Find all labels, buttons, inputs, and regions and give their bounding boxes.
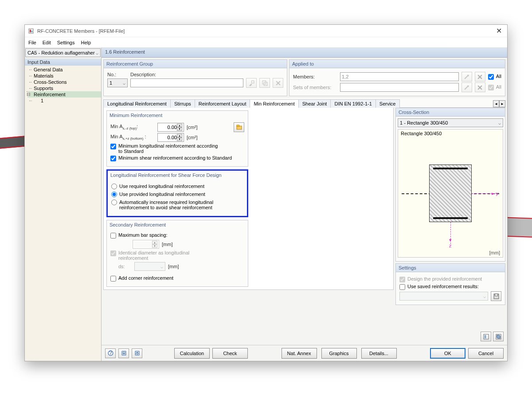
cross-section-title: Cross-Section xyxy=(396,108,505,117)
app-icon xyxy=(27,27,35,35)
no-value: 1 xyxy=(110,80,112,86)
menu-edit[interactable]: Edit xyxy=(43,40,51,45)
chk-min-long[interactable]: Minimum longitudinal reinforcement accor… xyxy=(110,143,244,154)
min-bot-spin[interactable]: ▲▼ xyxy=(157,133,184,142)
shear-design-fieldset: Longitudinal Reinforcement for Shear For… xyxy=(106,169,248,217)
tab-din[interactable]: DIN EN 1992-1-1 xyxy=(330,99,376,108)
menu-file[interactable]: File xyxy=(28,40,36,45)
min-top-value[interactable] xyxy=(159,125,177,130)
members-input xyxy=(340,72,459,81)
details-button[interactable]: Details... xyxy=(361,348,397,359)
svg-rect-1 xyxy=(30,30,31,32)
mm-label: [mm] xyxy=(489,250,500,255)
chk-saved-results[interactable]: Use saved reinforcement results: xyxy=(399,284,501,290)
cross-section-box: Cross-Section 1 - Rectangle 300/450 ⌵ Re… xyxy=(395,108,505,262)
view-2d-icon[interactable] xyxy=(481,332,491,341)
up-icon[interactable]: ▲ xyxy=(177,134,182,137)
sets-all-check: All xyxy=(488,84,501,90)
min-bot-unit: [cm²] xyxy=(187,135,197,140)
tree-head: Input Data xyxy=(25,59,101,66)
tab-empty-area xyxy=(251,110,391,287)
sidebar: Input Data General Data Materials Cross-… xyxy=(25,58,102,361)
tab-page: Minimum Reinforcement Min As,-z (top): ▲… xyxy=(103,108,394,290)
graphics-button[interactable]: Graphics xyxy=(321,348,357,359)
xsec-name: Rectangle 300/450 xyxy=(398,129,503,137)
tree: General Data Materials Cross-Sections Su… xyxy=(25,66,101,104)
tree-item-reinforcement[interactable]: Reinforcement xyxy=(27,91,101,98)
case-combo-value: CA5 - Reduktion auflagernaher xyxy=(27,50,95,55)
chk-max-spacing[interactable]: Maximum bar spacing: xyxy=(110,232,244,239)
tab-scroll-right[interactable]: ► xyxy=(499,100,505,107)
ok-button[interactable]: OK xyxy=(430,348,466,359)
view-3d-icon[interactable] xyxy=(493,332,504,341)
svg-rect-11 xyxy=(484,335,486,338)
applied-to-title: Applied to xyxy=(289,60,505,68)
nat-annex-button[interactable]: Nat. Annex xyxy=(282,348,317,359)
radio-provided[interactable]: Use provided longitudinal reinforcement xyxy=(111,192,243,197)
close-button[interactable]: ✕ xyxy=(493,27,505,35)
tree-item-general[interactable]: General Data xyxy=(27,66,101,73)
export-icon[interactable] xyxy=(132,348,142,358)
cancel-button[interactable]: Cancel xyxy=(468,348,504,359)
radio-auto[interactable]: Automatically increase required longitud… xyxy=(111,200,243,210)
applied-to-box: Applied to Members: All Sets of members: xyxy=(289,59,505,96)
tab-shear-joint[interactable]: Shear Joint xyxy=(298,99,331,108)
tree-item-reinforcement-1[interactable]: 1 xyxy=(27,98,101,104)
pick-members-icon xyxy=(462,72,472,82)
tree-item-materials[interactable]: Materials xyxy=(27,73,101,79)
settings-title: Settings xyxy=(396,264,505,272)
tab-stirrups[interactable]: Stirrups xyxy=(170,99,195,108)
chevron-down-icon: ⌵ xyxy=(123,81,125,86)
delete-icon xyxy=(273,78,283,88)
ds-label: ds: xyxy=(118,264,132,269)
cross-section-combo[interactable]: 1 - Rectangle 300/450 ⌵ xyxy=(398,118,503,127)
min-top-unit: [cm²] xyxy=(187,125,197,130)
tree-item-supports[interactable]: Supports xyxy=(27,85,101,91)
tree-item-cross[interactable]: Cross-Sections xyxy=(27,79,101,85)
radio-required[interactable]: Use required longitudinal reinforcement xyxy=(111,184,243,189)
tab-strip: Longitudinal Reinforcement Stirrups Rein… xyxy=(103,98,505,108)
min-top-spin[interactable]: ▲▼ xyxy=(157,123,184,132)
no-label: No.: xyxy=(107,72,128,77)
shear-design-title: Longitudinal Reinforcement for Shear For… xyxy=(108,171,247,180)
copy-icon xyxy=(259,78,270,88)
svg-rect-7 xyxy=(237,125,239,126)
down-icon[interactable]: ▼ xyxy=(177,127,182,131)
up-icon[interactable]: ▲ xyxy=(177,124,182,127)
view-icons xyxy=(395,330,505,343)
clear-members-icon xyxy=(475,72,485,82)
max-spacing-spin: ▲▼ xyxy=(133,240,159,249)
no-combo[interactable]: 1 ⌵ xyxy=(107,78,128,87)
tab-longitudinal[interactable]: Longitudinal Reinforcement xyxy=(103,99,171,108)
tab-scroll-left[interactable]: ◄ xyxy=(493,100,499,107)
titlebar: RF-CONCRETE Members - [RFEM-File] ✕ xyxy=(25,25,507,37)
z-axis-label: ▾z xyxy=(449,237,452,248)
description-input[interactable] xyxy=(130,78,243,87)
ds-combo: ⌵ xyxy=(134,262,165,271)
help-icon[interactable]: ? xyxy=(105,348,116,358)
chevron-down-icon: ⌵ xyxy=(96,51,98,55)
chk-identical: Identical diameter as longitudinal reinf… xyxy=(110,250,244,261)
sets-input xyxy=(340,83,459,92)
menu-settings[interactable]: Settings xyxy=(57,40,75,45)
members-all-check[interactable]: All xyxy=(488,74,501,80)
tab-min-reinf[interactable]: Min Reinforcement xyxy=(250,99,298,108)
case-combo[interactable]: CA5 - Reduktion auflagernaher ⌵ xyxy=(25,48,101,57)
chk-corner[interactable]: Add corner reinforcement xyxy=(110,275,244,282)
min-bot-value[interactable] xyxy=(159,135,177,140)
svg-rect-3 xyxy=(251,81,254,83)
secondary-title: Secondary Reinforcement xyxy=(107,220,248,229)
tab-service[interactable]: Service xyxy=(376,99,400,108)
chk-min-shear[interactable]: Minimum shear reinforcement according to… xyxy=(110,155,244,161)
calculation-button[interactable]: Calculation xyxy=(174,348,210,359)
reinf-group-title: Reinforcement Group xyxy=(104,60,287,68)
check-button[interactable]: Check xyxy=(212,348,248,359)
down-icon[interactable]: ▼ xyxy=(177,137,182,141)
tab-layout[interactable]: Reinforcement Layout xyxy=(195,99,250,108)
chk-design-provided: Design the provided reinforcement xyxy=(399,276,501,282)
import-icon[interactable] xyxy=(118,348,129,358)
save-results-icon[interactable] xyxy=(491,291,501,301)
svg-rect-9 xyxy=(495,294,498,296)
library-icon[interactable] xyxy=(234,122,244,132)
menu-help[interactable]: Help xyxy=(81,40,91,45)
